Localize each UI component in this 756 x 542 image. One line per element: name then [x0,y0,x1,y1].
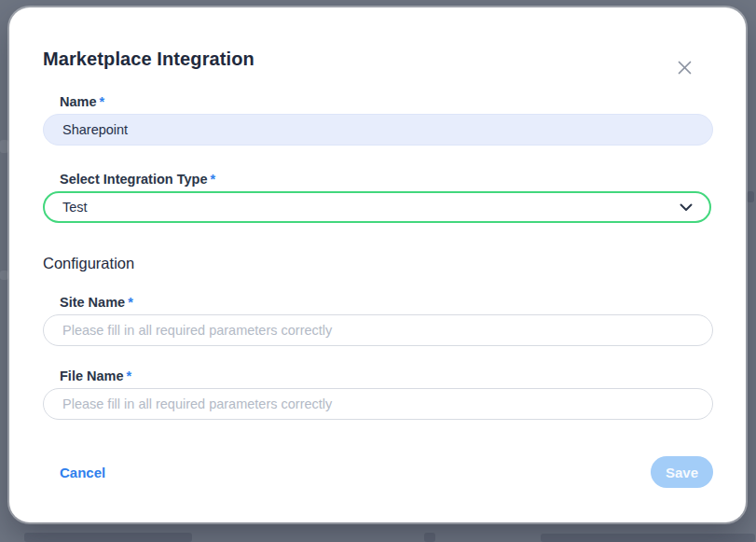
integration-type-select[interactable]: Test [43,191,711,223]
integration-type-label-text: Select Integration Type [60,172,207,187]
dimmed-background-content [0,140,8,153]
name-field-group: Name* [43,94,712,146]
dimmed-background-content [541,534,755,542]
cancel-button[interactable]: Cancel [60,465,105,480]
site-name-label: Site Name* [60,295,712,310]
site-name-field-group: Site Name* [43,295,712,346]
required-asterisk: * [127,368,132,383]
site-name-label-text: Site Name [60,295,125,310]
configuration-section-heading: Configuration [43,255,712,272]
dimmed-background-content [424,533,435,542]
name-label-text: Name [60,94,97,109]
integration-type-field-group: Select Integration Type* Test [43,172,712,223]
integration-type-label: Select Integration Type* [60,172,712,187]
file-name-label-text: File Name [60,368,124,383]
dialog-footer: Cancel Save [43,456,713,488]
required-asterisk: * [210,172,215,187]
chevron-down-icon [680,199,693,215]
dimmed-background-content [0,271,8,280]
integration-type-selected-value: Test [62,200,88,215]
close-button[interactable] [671,56,697,82]
required-asterisk: * [128,295,133,310]
dimmed-background-content [24,533,192,542]
name-label: Name* [60,94,712,109]
file-name-label: File Name* [60,368,712,383]
dialog-title: Marketplace Integration [43,49,712,70]
dimmed-background-content [747,191,754,202]
close-icon [678,61,692,77]
save-button[interactable]: Save [651,456,713,488]
site-name-input[interactable] [43,314,713,346]
file-name-field-group: File Name* [43,368,712,420]
required-asterisk: * [100,94,105,109]
file-name-input[interactable] [43,388,713,420]
marketplace-integration-dialog: Marketplace Integration Name* Select Int… [9,7,746,522]
name-input[interactable] [43,114,713,146]
